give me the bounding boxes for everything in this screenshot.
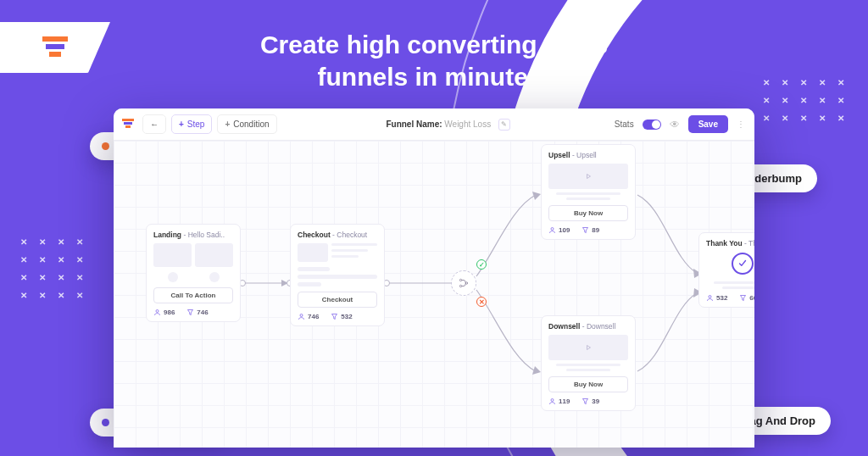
card-preview bbox=[153, 243, 233, 282]
card-title: Upsell - Upsell bbox=[548, 151, 628, 159]
card-title: Thank You - Thank You bbox=[706, 239, 754, 247]
stat-visitors: 532 bbox=[706, 294, 727, 302]
card-landing[interactable]: Landing - Hello Sadi.. Call To Action 98… bbox=[146, 224, 241, 322]
card-cta: Checkout bbox=[298, 292, 377, 308]
more-menu-button[interactable]: ⋮ bbox=[737, 120, 746, 129]
svg-marker-1 bbox=[532, 192, 541, 200]
stat-conversions: 89 bbox=[581, 226, 599, 234]
card-title: Landing - Hello Sadi.. bbox=[153, 231, 233, 239]
toolbar: ← +Step +Condition Funnel Name: Weight L… bbox=[114, 108, 754, 141]
stat-conversions: 660 bbox=[739, 294, 754, 302]
card-preview bbox=[298, 243, 377, 286]
card-cta: Call To Action bbox=[153, 287, 233, 303]
funnel-name-label: Funnel Name: bbox=[386, 119, 442, 128]
stat-conversions: 532 bbox=[331, 313, 352, 320]
add-step-button[interactable]: +Step bbox=[171, 114, 212, 134]
card-cta: Buy Now bbox=[548, 205, 628, 221]
funnel-builder-window: ← +Step +Condition Funnel Name: Weight L… bbox=[114, 108, 754, 448]
funnel-name-display: Funnel Name: Weight Loss ✎ bbox=[282, 119, 615, 131]
card-stats: 986 746 bbox=[153, 309, 233, 316]
svg-point-11 bbox=[551, 228, 554, 231]
condition-split-node[interactable] bbox=[451, 270, 476, 296]
add-step-label: Step bbox=[187, 120, 205, 129]
back-button[interactable]: ← bbox=[142, 114, 166, 134]
card-stats: 532 660 bbox=[706, 294, 754, 302]
stat-conversions: 39 bbox=[581, 398, 599, 405]
stat-visitors: 109 bbox=[548, 226, 570, 234]
stat-visitors: 746 bbox=[298, 313, 319, 320]
card-stats: 119 39 bbox=[548, 398, 628, 405]
hero-heading: Create high converting sales funnels in … bbox=[0, 29, 868, 92]
plus-icon: + bbox=[225, 120, 230, 129]
svg-point-14 bbox=[709, 296, 711, 298]
decor-crosses-left: ✕✕✕✕ ✕✕✕✕ ✕✕✕✕ ✕✕✕✕ bbox=[20, 237, 83, 300]
stat-visitors: 986 bbox=[153, 309, 175, 316]
card-preview-lines bbox=[548, 192, 628, 200]
card-upsell[interactable]: Upsell - Upsell Buy Now 109 89 bbox=[541, 144, 636, 240]
arrow-left-icon: ← bbox=[150, 120, 159, 129]
stat-conversions: 746 bbox=[186, 309, 208, 316]
card-downsell[interactable]: Downsell - Downsell Buy Now 119 39 bbox=[541, 315, 636, 411]
card-stats: 746 532 bbox=[298, 313, 377, 320]
stats-label: Stats bbox=[615, 120, 634, 129]
svg-point-5 bbox=[459, 279, 461, 281]
add-condition-label: Condition bbox=[233, 120, 269, 129]
card-cta: Buy Now bbox=[548, 376, 628, 392]
card-preview bbox=[548, 335, 628, 360]
checkmark-icon bbox=[732, 253, 754, 275]
svg-point-6 bbox=[459, 285, 461, 286]
app-funnel-icon bbox=[122, 119, 134, 131]
svg-point-8 bbox=[156, 310, 159, 313]
add-condition-button[interactable]: +Condition bbox=[217, 114, 276, 134]
card-title: Checkout - Checkout bbox=[298, 231, 377, 239]
card-title: Downsell - Downsell bbox=[548, 322, 628, 331]
svg-point-13 bbox=[551, 399, 554, 402]
card-thankyou[interactable]: Thank You - Thank You 532 660 bbox=[698, 232, 754, 308]
condition-no-badge: ✕ bbox=[476, 297, 487, 307]
funnel-canvas[interactable]: ✓ ✕ Landing - Hello Sadi.. Call To Actio… bbox=[114, 141, 754, 448]
card-preview-lines bbox=[548, 364, 628, 371]
preview-button[interactable]: 👁 bbox=[670, 119, 680, 131]
svg-marker-12 bbox=[587, 346, 591, 350]
edit-name-button[interactable]: ✎ bbox=[498, 119, 510, 131]
stats-toggle[interactable] bbox=[643, 120, 661, 130]
svg-point-9 bbox=[300, 314, 303, 317]
card-stats: 109 89 bbox=[548, 226, 628, 234]
hero-line1: Create high converting sales bbox=[0, 29, 868, 61]
plus-icon: + bbox=[179, 120, 184, 129]
stat-visitors: 119 bbox=[548, 398, 570, 405]
save-button[interactable]: Save bbox=[688, 115, 728, 133]
svg-marker-10 bbox=[587, 175, 591, 179]
card-checkout[interactable]: Checkout - Checkout Checkout 746 532 bbox=[290, 224, 385, 326]
funnel-name-value: Weight Loss bbox=[444, 119, 491, 128]
condition-yes-badge: ✓ bbox=[476, 259, 487, 270]
hero-line2: funnels in minutes! bbox=[0, 61, 868, 93]
card-preview bbox=[548, 164, 628, 189]
card-preview-lines bbox=[706, 281, 754, 289]
svg-marker-2 bbox=[532, 366, 541, 375]
